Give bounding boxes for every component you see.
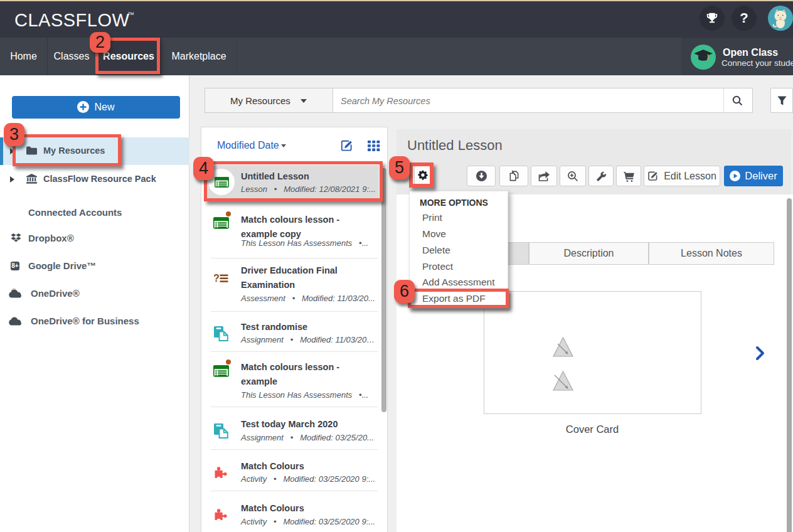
svg-text:?: ? [214, 274, 220, 284]
